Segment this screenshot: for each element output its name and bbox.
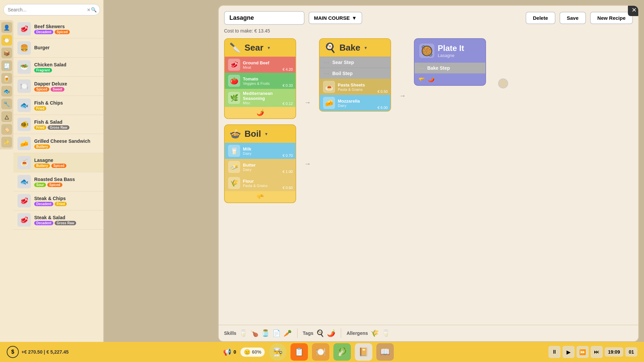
arrow-bake-to-plate: → [398, 92, 407, 100]
taskbar: $ +€ 270.50 | € 5,227.45 📢 0 😑 60% 👨‍🍳 📋… [0, 342, 644, 362]
save-button[interactable]: Save [559, 12, 586, 24]
alert-button[interactable]: 📢 0 [223, 348, 236, 356]
recipe-thumb: 🍝 [17, 156, 31, 169]
recipe-name: Roasted Sea Bass [34, 177, 99, 182]
side-icon-4[interactable]: 🧾 [1, 60, 12, 71]
side-icon-1[interactable]: 👤 [1, 22, 12, 33]
recipe-tag: Buttery [34, 164, 50, 168]
recipe-tags: ButterySpiced [34, 164, 99, 168]
bake-dropdown-icon[interactable]: ▼ [364, 46, 368, 50]
search-input[interactable] [3, 4, 100, 15]
bake-sub-sear-step[interactable]: ··· Sear Step [320, 57, 390, 68]
playback-controls: ⏸ ▶ ⏩ ⏭ 19:09 01 [548, 346, 637, 358]
tags-label: Tags [303, 330, 314, 336]
side-icon-8[interactable]: △ [1, 111, 12, 122]
separator-1 [297, 328, 298, 338]
recipe-thumb: 🍽️ [17, 79, 31, 93]
side-icon-3[interactable]: 📦 [1, 48, 12, 58]
side-icon-9[interactable]: 🏷️ [1, 124, 12, 135]
sear-dropdown-icon[interactable]: ▼ [267, 46, 271, 50]
plate-footer: 🫳 🌶️ [415, 73, 485, 85]
ingredient-row-flour[interactable]: 🌾 Flour Pasta & Grains € 0.60 [225, 175, 296, 191]
recipe-thumb: 🥩 [17, 194, 31, 207]
skills-icon-1: 🥛 [239, 329, 248, 337]
recipes-button[interactable]: 🍽️ [312, 343, 329, 361]
sear-add-ingredient[interactable]: 🌶️ [225, 107, 296, 118]
recipe-name-input[interactable] [224, 11, 305, 25]
boil-dropdown-icon[interactable]: ▼ [264, 132, 268, 136]
recipe-item[interactable]: 🧀Grilled Cheese SandwichButtery [13, 134, 103, 153]
fast-forward-button[interactable]: ⏩ [577, 346, 589, 358]
recipe-tag: Spiced [34, 87, 49, 92]
recipe-editor: ✕ MAIN COURSE ▼ Delete Save New Recipe C… [218, 5, 639, 342]
close-button[interactable]: ✕ [628, 5, 639, 16]
boil-card-header[interactable]: 🍲 Boil ▼ [225, 125, 296, 143]
income-amount: +€ 270.50 [21, 349, 43, 355]
bake-sub-boil-step[interactable]: ··· Boil Step [320, 68, 390, 79]
side-icon-bar: 👤 🍽️ 📦 🧾 🍺 🐟 🔧 △ 🏷️ ✨ [0, 20, 13, 149]
side-icon-10[interactable]: ✨ [1, 137, 12, 147]
main-area: ✕ MAIN COURSE ▼ Delete Save New Recipe C… [104, 0, 644, 362]
recipe-item[interactable]: 🥩Steak & SaladDecadentGross Raw [13, 210, 103, 230]
pause-button[interactable]: ⏸ [548, 346, 560, 358]
delete-button[interactable]: Delete [526, 12, 555, 24]
book-button[interactable]: 📖 [376, 343, 394, 361]
ingredient-row-mozzarella[interactable]: 🧀 Mozzarella Dairy € 6.00 [320, 95, 390, 111]
menu-button[interactable]: 📋 [290, 343, 308, 361]
side-icon-6[interactable]: 🐟 [1, 86, 12, 97]
satisfaction-display[interactable]: 😑 60% [240, 347, 265, 357]
recipe-tag: Fried [34, 106, 46, 111]
recipe-item[interactable]: 🐟Roasted Sea BassSourSpiced [13, 172, 103, 191]
separator-2 [341, 328, 341, 338]
ingredient-row-butter[interactable]: 🧈 Butter Dairy € 1.00 [225, 159, 296, 175]
ingredient-row-ground-beef[interactable]: 🥩 Ground Beef Meat € 4.20 [225, 57, 296, 73]
recipe-name: Lasagne [34, 158, 99, 163]
recipe-item[interactable]: 🍔Burger [13, 39, 103, 58]
play-button[interactable]: ▶ [562, 346, 575, 358]
recipe-name: Fish & Chips [34, 100, 99, 106]
boil-title: Boil [245, 129, 261, 139]
plate-card: 🥘 Plate It Lasagne ··· Bake Step 🫳 🌶️ [414, 38, 486, 86]
mozzarella-name: Mozzarella [338, 99, 387, 104]
side-icon-5[interactable]: 🍺 [1, 73, 12, 84]
sear-card-header[interactable]: 🔪 Sear ▼ [225, 39, 296, 57]
recipe-item[interactable]: 🍽️Dapper DeluxeSpicedSweet [13, 77, 103, 96]
faster-forward-button[interactable]: ⏭ [591, 346, 603, 358]
chef-button[interactable]: 👨‍🍳 [269, 343, 286, 361]
editor-bottom-bar: Skills 🥛 🍗 🫙 📄 🥕 Tags 🍳 🌶️ Allergens 🌾 🥛 [219, 325, 638, 341]
staff-button[interactable]: 📔 [355, 343, 372, 361]
recipe-tags: Fragrant [34, 68, 99, 72]
side-icon-2[interactable]: 🍽️ [1, 35, 12, 46]
side-icon-7[interactable]: 🔧 [1, 99, 12, 109]
plate-bake-dots: ··· [419, 65, 425, 71]
ingredient-row-milk[interactable]: 🥛 Milk Dairy € 0.70 [225, 143, 296, 159]
recipe-item[interactable]: 🥩Beef SkewersDecadentSpiced [13, 19, 103, 39]
skills-icon-3: 🫙 [261, 329, 270, 337]
recipe-item[interactable]: 🥗Chicken SaladFragrant [13, 58, 103, 77]
recipe-thumb: 🥗 [17, 60, 31, 74]
recipe-item[interactable]: 🐠Fish & SaladFriedGross Raw [13, 115, 103, 134]
inventory-button[interactable]: 🥬 [333, 343, 351, 361]
plate-sub-bake-step[interactable]: ··· Bake Step [415, 63, 485, 73]
recipe-tag: Buttery [34, 144, 50, 149]
ingredient-row-tomato[interactable]: 🍅 Tomato Veggies & Fruits € 0.33 [225, 73, 296, 89]
recipe-name: Dapper Deluxe [34, 81, 99, 86]
money-icon[interactable]: $ [7, 346, 19, 358]
course-select[interactable]: MAIN COURSE ▼ [309, 12, 362, 24]
recipe-item[interactable]: 🍝LasagneButterySpiced [13, 153, 103, 172]
taskbar-center: 📢 0 😑 60% 👨‍🍳 📋 🍽️ 🥬 📔 📖 [223, 343, 394, 361]
new-recipe-button[interactable]: New Recipe [590, 12, 633, 24]
recipe-item[interactable]: 🐟Fish & ChipsFried [13, 96, 103, 115]
date-display: 01 [625, 347, 637, 357]
recipe-item[interactable]: 🥩Steak & ChipsDecadentFried [13, 191, 103, 210]
boil-add-ingredient[interactable]: 🫳 [225, 191, 296, 202]
clear-search-icon[interactable]: ✕ [87, 7, 91, 12]
ingredient-row-seasoning[interactable]: 🌿 Mediterranean Seasoning Misc € 0.12 [225, 89, 296, 107]
recipe-tags: SpicedSweet [34, 87, 99, 92]
recipe-tags: Buttery [34, 144, 99, 149]
ingredient-row-pasta[interactable]: 🍝 Pasta Sheets Pasta & Grains € 0.50 [320, 79, 390, 95]
course-label: MAIN COURSE [314, 15, 350, 21]
bake-card-header[interactable]: 🍳 Bake ▼ [320, 39, 390, 57]
recipe-tags: Fried [34, 106, 99, 111]
ground-beef-price: € 4.20 [282, 67, 293, 71]
